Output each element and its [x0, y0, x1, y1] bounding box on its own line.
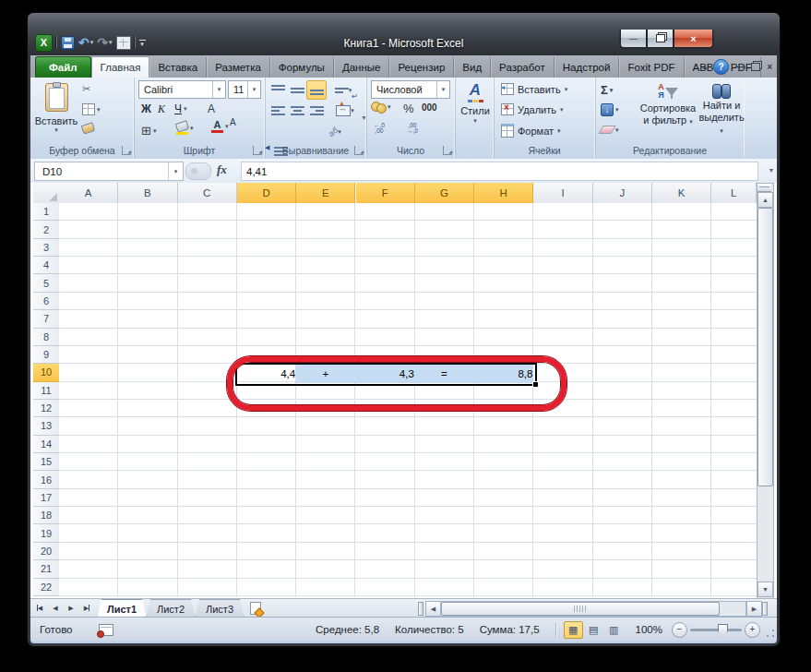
row-header-9[interactable]: 9 — [33, 346, 60, 364]
row-header-16[interactable]: 16 — [33, 471, 60, 488]
tab-Рецензир[interactable]: Рецензир — [389, 57, 454, 78]
scroll-down-button[interactable]: ▼ — [757, 582, 773, 597]
percent-style-button[interactable]: % — [403, 102, 414, 115]
align-center-button[interactable] — [287, 101, 307, 120]
cut-button[interactable]: ✂ — [82, 83, 90, 95]
minimize-button[interactable]: — — [620, 30, 647, 48]
sort-filter-button[interactable]: АЯ Сортировкаи фильтр ▾ — [638, 80, 698, 128]
clear-button[interactable]: ▾ — [601, 126, 619, 134]
horizontal-scroll-thumb[interactable] — [441, 602, 720, 616]
borders-button[interactable]: ⊞▾ — [141, 124, 156, 138]
last-sheet-button[interactable]: ▶ — [79, 600, 94, 616]
underline-button[interactable]: Ч▾ — [174, 102, 187, 115]
resize-grip[interactable] — [766, 629, 775, 638]
column-header-E[interactable]: E — [296, 183, 355, 205]
align-left-button[interactable] — [268, 101, 288, 120]
tab-Вид[interactable]: Вид — [454, 57, 491, 78]
tab-Формулы[interactable]: Формулы — [270, 57, 334, 78]
font-color-button[interactable]: А▾ — [211, 120, 229, 133]
align-middle-button[interactable] — [287, 80, 307, 100]
tab-Главная[interactable]: Главная — [91, 56, 150, 78]
column-header-J[interactable]: J — [593, 183, 652, 204]
row-header-6[interactable]: 6 — [33, 293, 60, 310]
paste-button[interactable]: Вставить ▾ — [35, 80, 78, 147]
row-header-17[interactable]: 17 — [33, 489, 60, 507]
italic-button[interactable]: К — [158, 102, 165, 116]
expand-formula-bar-icon[interactable]: ▾ — [769, 166, 773, 174]
zoom-level[interactable]: 100% — [636, 624, 662, 635]
font-size-combo[interactable]: 11▾ — [228, 80, 261, 99]
scroll-up-button[interactable]: ▲ — [757, 192, 773, 208]
row-header-10[interactable]: 10 — [33, 364, 61, 381]
delete-cells-button[interactable]: Удалить▾ — [501, 103, 564, 115]
macro-record-icon[interactable] — [99, 624, 113, 636]
find-select-button[interactable]: Найти ивыделить ▾ — [698, 80, 745, 138]
copy-button[interactable]: ▾ — [82, 103, 101, 115]
alignment-dialog-launcher[interactable] — [354, 146, 364, 155]
zoom-slider[interactable] — [690, 629, 742, 631]
row-header-2[interactable]: 2 — [33, 221, 60, 238]
page-break-view-button[interactable]: ▥ — [604, 621, 624, 639]
first-sheet-button[interactable]: ◀ — [32, 600, 47, 616]
row-header-4[interactable]: 4 — [33, 257, 60, 274]
row-header-8[interactable]: 8 — [33, 329, 60, 346]
zoom-slider-thumb[interactable] — [718, 624, 728, 637]
decrease-decimal-button[interactable]: ,00→,0 — [407, 123, 418, 134]
insert-function-button[interactable]: fx — [217, 162, 227, 177]
formula-bar-splitter[interactable] — [185, 162, 211, 180]
workbook-minimize-button[interactable]: — — [735, 62, 745, 72]
comma-style-button[interactable]: 000 — [422, 102, 437, 113]
normal-view-button[interactable]: ▦ — [564, 621, 583, 639]
scroll-right-button[interactable]: ▶ — [746, 601, 762, 617]
row-header-3[interactable]: 3 — [33, 239, 60, 257]
column-header-H[interactable]: H — [474, 183, 533, 205]
scroll-left-button[interactable]: ◀ — [425, 601, 441, 617]
restore-button[interactable] — [647, 30, 674, 48]
autosum-button[interactable]: Σ▾ — [601, 83, 613, 97]
bold-button[interactable]: Ж — [141, 102, 151, 115]
tab-Разметка[interactable]: Разметка — [207, 57, 270, 78]
tab-Foxit PDF[interactable]: Foxit PDF — [619, 57, 684, 78]
column-header-L[interactable]: L — [711, 183, 757, 204]
accounting-format-button[interactable]: ▾ — [371, 102, 391, 113]
horizontal-scrollbar[interactable] — [440, 601, 746, 617]
vertical-split-handle[interactable] — [757, 184, 771, 192]
row-header-11[interactable]: 11 — [33, 382, 60, 400]
vertical-scrollbar[interactable]: ▲ ▼ — [757, 183, 774, 598]
row-header-22[interactable]: 22 — [33, 579, 60, 596]
align-top-button[interactable] — [268, 80, 288, 100]
vertical-scroll-thumb[interactable] — [757, 208, 773, 486]
column-header-A[interactable]: A — [59, 183, 118, 204]
workbook-close-button[interactable]: × — [767, 62, 772, 72]
scrollbar-split-handle[interactable] — [762, 602, 768, 616]
format-painter-button[interactable] — [82, 124, 94, 133]
formula-input[interactable]: 4,41 — [241, 162, 758, 181]
name-box[interactable]: D10 ▾ — [34, 162, 184, 181]
row-header-1[interactable]: 1 — [33, 203, 60, 221]
tab-Надстрой[interactable]: Надстрой — [555, 57, 620, 78]
column-header-C[interactable]: C — [178, 183, 237, 204]
merge-center-button[interactable]: ▾ — [331, 101, 359, 120]
clipboard-dialog-launcher[interactable] — [122, 146, 131, 155]
tab-Вставка[interactable]: Вставка — [149, 57, 207, 78]
column-header-G[interactable]: G — [415, 183, 474, 205]
select-all-corner[interactable] — [33, 183, 60, 204]
row-header-5[interactable]: 5 — [33, 274, 60, 292]
zoom-in-button[interactable]: + — [745, 622, 760, 638]
column-header-K[interactable]: K — [652, 183, 711, 204]
column-header-I[interactable]: I — [533, 183, 592, 204]
row-header-14[interactable]: 14 — [33, 436, 60, 453]
fill-button[interactable]: ↓▾ — [601, 103, 619, 116]
row-header-7[interactable]: 7 — [33, 310, 60, 328]
row-header-21[interactable]: 21 — [33, 560, 60, 578]
number-format-combo[interactable]: Числовой▾ — [371, 80, 450, 99]
row-header-18[interactable]: 18 — [33, 507, 60, 524]
minimize-ribbon-icon[interactable]: ▴ — [703, 62, 708, 71]
name-box-dropdown-icon[interactable]: ▾ — [168, 162, 183, 180]
orientation-button[interactable]: аб▾ — [320, 122, 350, 141]
tab-split-handle[interactable] — [418, 602, 423, 616]
sheet-tab-Лист2[interactable]: Лист2 — [146, 599, 196, 618]
next-sheet-button[interactable]: ▶ — [64, 600, 78, 616]
format-cells-button[interactable]: Формат▾ — [501, 124, 561, 138]
tab-Файл[interactable]: Файл — [35, 56, 91, 78]
